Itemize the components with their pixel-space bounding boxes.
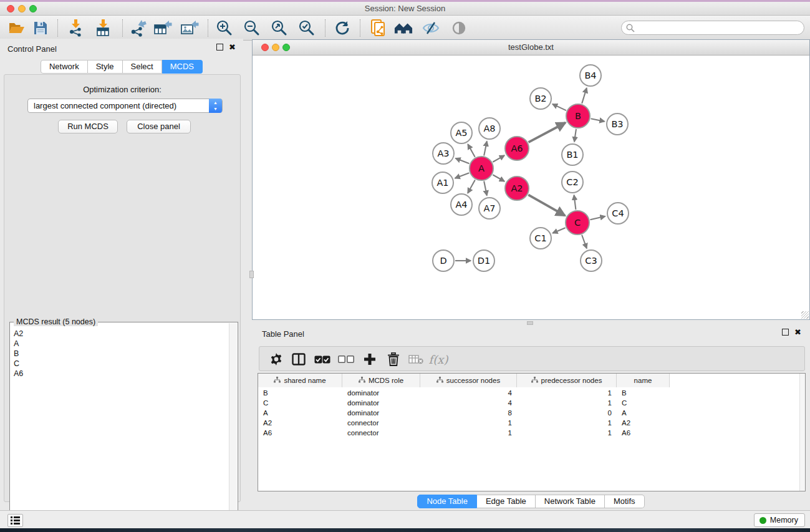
mcds-result-item[interactable]: B [11, 349, 228, 359]
column-header-predecessor-nodes[interactable]: predecessor nodes [517, 374, 617, 387]
cell-name[interactable]: A2 [617, 418, 670, 428]
cell-MCDS-role[interactable]: dominator [342, 408, 420, 418]
cell-predecessor-nodes[interactable]: 1 [517, 398, 617, 408]
cell-shared-name[interactable]: A [258, 408, 342, 418]
tab-network-table[interactable]: Network Table [536, 495, 605, 508]
mcds-result-scrollbar[interactable] [229, 323, 237, 532]
cell-name[interactable]: A6 [617, 428, 670, 438]
settings-gear-icon[interactable] [267, 350, 286, 369]
cell-name[interactable]: C [617, 398, 670, 408]
node-table[interactable]: shared nameMCDS rolesuccessor nodesprede… [258, 373, 806, 491]
tab-node-table[interactable]: Node Table [417, 495, 477, 508]
cell-shared-name[interactable]: A6 [258, 428, 342, 438]
table-row[interactable]: A2connector11A2 [258, 418, 805, 428]
cell-shared-name[interactable]: B [258, 388, 342, 398]
network-close-traffic-light[interactable] [261, 44, 269, 51]
cell-predecessor-nodes[interactable]: 1 [517, 388, 617, 398]
close-traffic-light[interactable] [7, 5, 14, 12]
column-header-shared-name[interactable]: shared name [258, 374, 342, 387]
cell-name[interactable]: A [617, 408, 670, 418]
import-table-icon[interactable] [94, 19, 112, 37]
mcds-result-item[interactable]: A6 [11, 369, 228, 379]
float-table-panel-icon[interactable] [782, 329, 789, 336]
table-row[interactable]: Bdominator41B [258, 388, 805, 398]
cell-MCDS-role[interactable]: connector [342, 418, 420, 428]
cell-MCDS-role[interactable]: connector [342, 428, 420, 438]
column-header-name[interactable]: name [617, 374, 670, 387]
criterion-select[interactable]: largest connected component (directed) ▲… [27, 99, 223, 113]
export-network-icon[interactable] [128, 19, 147, 37]
minimize-traffic-light[interactable] [18, 5, 26, 12]
svg-text:A7: A7 [483, 203, 495, 213]
cell-successor-nodes[interactable]: 4 [420, 388, 517, 398]
close-table-panel-icon[interactable]: ✖ [794, 329, 801, 336]
open-file-icon[interactable] [7, 19, 26, 37]
zoom-in-icon[interactable] [215, 19, 234, 37]
cell-successor-nodes[interactable]: 1 [420, 428, 517, 438]
list-icon [11, 516, 20, 525]
deselect-all-columns-icon[interactable] [337, 350, 355, 369]
select-all-columns-icon[interactable] [313, 350, 332, 369]
table-row[interactable]: A6connector11A6 [258, 428, 805, 438]
window-resize-grip[interactable] [801, 311, 809, 319]
tab-mcds[interactable]: MCDS [162, 60, 203, 74]
status-bar: Memory [0, 510, 810, 528]
cell-shared-name[interactable]: A2 [258, 418, 342, 428]
table-toolbar: f(x) [259, 346, 805, 371]
node-table-scrollbar[interactable] [799, 374, 805, 491]
cell-MCDS-role[interactable]: dominator [342, 398, 420, 408]
create-column-icon[interactable] [360, 350, 379, 369]
tab-motifs[interactable]: Motifs [605, 495, 645, 508]
tab-select[interactable]: Select [123, 60, 162, 74]
cell-predecessor-nodes[interactable]: 0 [517, 408, 617, 418]
show-panels-icon[interactable] [450, 19, 468, 37]
toggle-columns-icon[interactable] [289, 350, 308, 369]
tab-edge-table[interactable]: Edge Table [477, 495, 536, 508]
tab-network[interactable]: Network [41, 60, 88, 74]
column-header-MCDS-role[interactable]: MCDS role [342, 374, 420, 387]
mcds-result-item[interactable]: C [11, 359, 228, 369]
table-row[interactable]: Adominator80A [258, 408, 805, 418]
task-history-button[interactable] [7, 514, 23, 527]
search-input[interactable] [638, 22, 800, 34]
close-panel-icon[interactable]: ✖ [229, 44, 236, 51]
hide-panels-icon[interactable] [422, 19, 440, 37]
svg-text:B2: B2 [534, 94, 546, 104]
cell-successor-nodes[interactable]: 1 [420, 418, 517, 428]
duplicate-network-icon[interactable] [369, 19, 388, 37]
network-zoom-traffic-light[interactable] [282, 44, 290, 51]
table-panel-drag-handle[interactable] [527, 321, 533, 325]
home-icon[interactable] [394, 19, 413, 37]
cell-successor-nodes[interactable]: 8 [420, 408, 517, 418]
cell-predecessor-nodes[interactable]: 1 [517, 428, 617, 438]
network-minimize-traffic-light[interactable] [272, 44, 279, 51]
tab-style[interactable]: Style [88, 60, 123, 74]
cell-predecessor-nodes[interactable]: 1 [517, 418, 617, 428]
panel-divider-handle[interactable] [249, 271, 254, 278]
search-field[interactable] [621, 21, 804, 35]
table-row[interactable]: Cdominator41C [258, 398, 805, 408]
import-network-icon[interactable] [66, 19, 85, 37]
refresh-icon[interactable] [333, 19, 352, 37]
cell-MCDS-role[interactable]: dominator [342, 388, 420, 398]
network-canvas[interactable]: B4B2BB3A8A5A6A3B1AA1C2A2A4A7C4CC1C3DD1 [253, 56, 809, 319]
cell-shared-name[interactable]: C [258, 398, 342, 408]
zoom-fit-icon[interactable] [270, 19, 289, 37]
export-table-icon[interactable] [153, 19, 172, 37]
cell-name[interactable]: B [617, 388, 670, 398]
export-image-icon[interactable] [180, 19, 199, 37]
column-header-successor-nodes[interactable]: successor nodes [420, 374, 517, 387]
run-mcds-button[interactable]: Run MCDS [58, 120, 118, 133]
zoom-traffic-light[interactable] [29, 5, 37, 12]
memory-button[interactable]: Memory [754, 513, 805, 527]
zoom-selected-icon[interactable] [297, 19, 316, 37]
network-window-titlebar[interactable]: testGlobe.txt [253, 40, 809, 56]
zoom-out-icon[interactable] [243, 19, 261, 37]
close-panel-button[interactable]: Close panel [127, 120, 191, 133]
mcds-result-item[interactable]: A2 [11, 329, 228, 339]
mcds-result-item[interactable]: A [11, 339, 228, 349]
float-panel-icon[interactable] [216, 44, 223, 51]
delete-column-icon[interactable] [384, 350, 403, 369]
cell-successor-nodes[interactable]: 4 [420, 398, 517, 408]
save-session-icon[interactable] [31, 19, 50, 37]
